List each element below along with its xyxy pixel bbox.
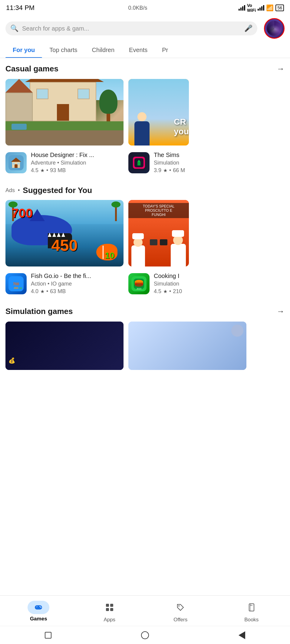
tab-children[interactable]: Children: [85, 42, 122, 58]
fish-number-10: 10: [105, 251, 114, 260]
signal-bars-2: [258, 5, 264, 11]
avatar-image: [267, 21, 282, 36]
bottom-nav-games[interactable]: Games: [20, 601, 57, 622]
cooking-pans: [150, 239, 167, 245]
sim-game-title-1: 💰: [8, 357, 15, 364]
signal-bar-2: [240, 8, 242, 11]
fish-go-name: Fish Go.io - Be the fi...: [31, 273, 124, 280]
svg-rect-3: [15, 164, 18, 168]
nav-tabs: For you Top charts Children Events Pr: [0, 42, 290, 58]
bottom-nav-apps[interactable]: Apps: [91, 600, 128, 623]
ads-label-row: Ads • Suggested for You: [5, 186, 285, 195]
sim-banner-2[interactable]: [128, 322, 246, 370]
house-scene: [5, 79, 124, 145]
daily-special: TODAY'S SPECIALPROSCIUTTO EFUNGHI: [128, 203, 189, 218]
house-designer-name: House Designer : Fix ...: [31, 152, 124, 159]
cooking-icon-svg: 2023: [131, 276, 147, 291]
separator: •: [46, 167, 48, 174]
svg-rect-4: [13, 163, 15, 165]
simulation-games-arrow[interactable]: →: [277, 307, 285, 316]
ads-section: Ads • Suggested for You: [0, 180, 290, 301]
status-speed: 0.0KB/s: [128, 5, 147, 11]
fish-sep: •: [46, 288, 48, 295]
tab-pr[interactable]: Pr: [155, 42, 175, 58]
house-designer-meta: 4.5 ★ • 93 MB: [31, 167, 124, 174]
svg-rect-27: [106, 604, 109, 607]
house-designer-banner: [5, 79, 124, 145]
ads-dot-separator: •: [18, 187, 20, 194]
avatar[interactable]: [264, 18, 285, 39]
vo-wifi-label: VoWiFi: [247, 3, 256, 13]
signal-bar-1: [239, 9, 240, 11]
fish-go-icon: 700 450 10: [5, 273, 27, 294]
fish-go-icon-svg: 700 450 10: [8, 276, 24, 291]
sim-banner-1[interactable]: 💰: [5, 322, 124, 370]
fish-go-card[interactable]: 700 450 10 700 450 10: [5, 200, 124, 301]
sims-icon: [128, 152, 150, 173]
star-icon: ★: [40, 168, 44, 173]
bottom-spacer: [0, 370, 290, 436]
android-nav-square[interactable]: [45, 632, 51, 639]
sims-info: The Sims Simulation 3.9 ★ • 66 M: [128, 149, 189, 180]
fish-go-info: 700 450 10 Fish Go.io - Be the fi... Act…: [5, 270, 124, 301]
tab-events[interactable]: Events: [122, 42, 155, 58]
svg-text:10: 10: [19, 287, 22, 289]
svg-text:2023: 2023: [137, 288, 141, 290]
house-designer-genre: Adventure • Simulation: [31, 160, 124, 166]
status-icons: VoWiFi 📶 56: [239, 3, 284, 13]
apps-grid-icon: [105, 603, 114, 612]
svg-rect-10: [137, 162, 140, 165]
apps-label: Apps: [104, 617, 115, 623]
cooking-star-icon: ★: [163, 289, 167, 294]
chef-male: [171, 244, 186, 266]
gamepad-icon: [34, 603, 43, 612]
sim-game-icon-2: [231, 325, 243, 337]
mic-icon[interactable]: 🎤: [244, 25, 252, 32]
fish-star-icon: ★: [40, 289, 44, 294]
tab-top-charts[interactable]: Top charts: [42, 42, 84, 58]
search-placeholder[interactable]: Search for apps & gam...: [22, 25, 241, 32]
sims-genre: Simulation: [154, 160, 189, 166]
status-time: 11:34 PM: [6, 4, 35, 12]
house-designer-details: House Designer : Fix ... Adventure • Sim…: [31, 152, 124, 174]
bottom-nav: Games Apps Offers: [0, 595, 290, 626]
wifi-icon: 📶: [266, 4, 274, 11]
casual-games-header: Casual games →: [5, 64, 285, 74]
android-nav-circle[interactable]: [141, 631, 149, 639]
fish-number-700: 700: [12, 206, 33, 221]
battery-icon: 56: [275, 5, 284, 11]
sims-card[interactable]: CRyou The Si: [128, 79, 189, 180]
avatar-container[interactable]: [264, 18, 285, 39]
house-designer-card[interactable]: House Designer : Fix ... Adventure • Sim…: [5, 79, 124, 180]
sig2-bar-4: [263, 5, 264, 11]
tree-right: [99, 99, 117, 121]
tab-for-you[interactable]: For you: [5, 42, 42, 58]
svg-rect-29: [106, 608, 109, 611]
sims-icon-svg: [131, 155, 147, 170]
house-main: [30, 82, 96, 121]
cooking-sep: •: [169, 288, 171, 295]
signal-bar-4: [244, 5, 245, 11]
chef-female: [131, 245, 145, 266]
books-label: Books: [244, 617, 259, 623]
android-nav-back[interactable]: [239, 631, 245, 639]
casual-games-arrow[interactable]: →: [277, 64, 285, 74]
sims-scene: CRyou: [128, 79, 189, 145]
sims-star-icon: ★: [163, 168, 167, 173]
bottom-nav-books[interactable]: Books: [233, 600, 270, 623]
cooking-banner-bg: TODAY'S SPECIALPROSCIUTTO EFUNGHI: [128, 200, 189, 266]
sim-banner-2-content: [128, 322, 246, 370]
cooking-card[interactable]: TODAY'S SPECIALPROSCIUTTO EFUNGHI: [128, 200, 189, 301]
sims-details: The Sims Simulation 3.9 ★ • 66 M: [154, 152, 189, 174]
apps-icon-wrap: [102, 600, 117, 615]
cooking-meta: 4.5 ★ • 210: [154, 288, 189, 295]
android-nav: [0, 626, 290, 644]
sim-banner-1-content: 💰: [5, 322, 124, 370]
house-window-left: [36, 89, 48, 99]
bottom-nav-offers[interactable]: Offers: [162, 600, 199, 623]
sims-banner-bg: CRyou: [128, 79, 189, 145]
casual-games-section: Casual games →: [0, 58, 290, 180]
search-bar[interactable]: 🔍 Search for apps & gam... 🎤: [5, 21, 257, 35]
books-icon-wrap: [244, 600, 259, 615]
svg-point-31: [178, 605, 180, 606]
